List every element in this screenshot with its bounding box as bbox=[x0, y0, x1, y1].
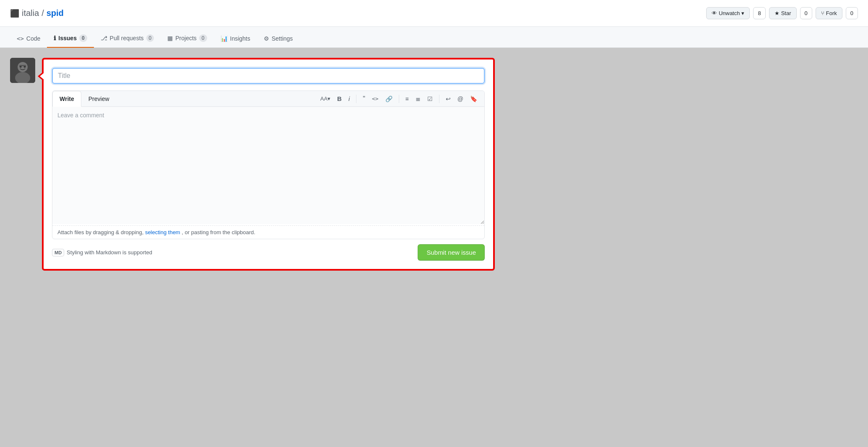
unordered-list-icon[interactable]: ≡ bbox=[403, 94, 411, 104]
attach-text: Attach files by dragging & dropping, bbox=[57, 229, 143, 235]
bookmark-icon[interactable]: 🔖 bbox=[468, 94, 479, 104]
avatar-image bbox=[10, 58, 35, 83]
settings-icon: ⚙ bbox=[264, 35, 269, 42]
fork-icon: ⑂ bbox=[821, 10, 824, 16]
bold-icon[interactable]: B bbox=[335, 93, 344, 104]
toolbar-separator-2 bbox=[399, 95, 399, 103]
toolbar-separator-1 bbox=[356, 95, 356, 103]
tab-pr-label: Pull requests bbox=[110, 35, 144, 41]
tab-insights-label: Insights bbox=[230, 35, 250, 42]
form-footer: MD Styling with Markdown is supported Su… bbox=[52, 244, 485, 261]
svg-rect-5 bbox=[19, 65, 26, 66]
preview-tab[interactable]: Preview bbox=[81, 91, 117, 107]
separator: / bbox=[42, 8, 44, 18]
italic-icon[interactable]: i bbox=[346, 93, 352, 104]
reply-icon[interactable]: ↩ bbox=[444, 94, 453, 104]
submit-button[interactable]: Submit new issue bbox=[418, 244, 485, 261]
editor-wrapper: Write Preview AA▾ B i " <> 🔗 ≡ ≣ ☑ ↩ bbox=[52, 90, 485, 239]
page-content: Write Preview AA▾ B i " <> 🔗 ≡ ≣ ☑ ↩ bbox=[0, 48, 868, 281]
unwatch-count: 8 bbox=[753, 7, 765, 19]
attach-link[interactable]: selecting them bbox=[145, 229, 180, 235]
projects-badge: 0 bbox=[199, 34, 207, 42]
issues-icon: ℹ bbox=[54, 35, 56, 41]
editor-tabs: Write Preview bbox=[52, 91, 117, 106]
unwatch-label: Unwatch bbox=[719, 10, 740, 16]
tab-issues[interactable]: ℹ Issues 0 bbox=[47, 29, 94, 48]
task-list-icon[interactable]: ☑ bbox=[425, 94, 435, 104]
markdown-badge: MD bbox=[52, 249, 64, 256]
fork-count: 0 bbox=[846, 7, 858, 19]
unwatch-button[interactable]: 👁 Unwatch ▾ bbox=[706, 7, 750, 19]
tab-insights[interactable]: 📊 Insights bbox=[214, 30, 257, 48]
repo-owner: italia bbox=[22, 8, 39, 18]
repo-title: ⬛ italia / spid bbox=[10, 8, 64, 18]
insights-icon: 📊 bbox=[221, 35, 228, 42]
star-button[interactable]: ★ Star bbox=[769, 7, 797, 19]
toolbar-separator-3 bbox=[439, 95, 439, 103]
heading-icon[interactable]: AA▾ bbox=[318, 94, 333, 103]
eye-icon: 👁 bbox=[712, 10, 717, 16]
fork-label: Fork bbox=[826, 10, 837, 16]
topbar: ⬛ italia / spid 👁 Unwatch ▾ 8 ★ Star 0 ⑂… bbox=[0, 0, 868, 27]
issues-badge: 0 bbox=[79, 34, 87, 42]
markdown-text: Styling with Markdown is supported bbox=[67, 249, 152, 256]
title-input[interactable] bbox=[52, 68, 485, 84]
markdown-info: MD Styling with Markdown is supported bbox=[52, 249, 152, 256]
mention-icon[interactable]: @ bbox=[455, 94, 465, 104]
svg-point-1 bbox=[18, 62, 28, 72]
code-icon[interactable]: <> bbox=[370, 94, 381, 103]
write-tab[interactable]: Write bbox=[52, 91, 81, 107]
quote-icon[interactable]: " bbox=[361, 93, 367, 104]
avatar bbox=[10, 58, 35, 83]
star-count: 0 bbox=[800, 7, 812, 19]
tab-code-label: Code bbox=[26, 35, 40, 42]
toolbar-icons: AA▾ B i " <> 🔗 ≡ ≣ ☑ ↩ @ 🔖 bbox=[313, 93, 484, 104]
chevron-down-icon: ▾ bbox=[741, 10, 744, 16]
editor-toolbar: Write Preview AA▾ B i " <> 🔗 ≡ ≣ ☑ ↩ bbox=[52, 91, 484, 107]
star-icon: ★ bbox=[774, 10, 780, 16]
tab-settings[interactable]: ⚙ Settings bbox=[257, 30, 300, 48]
tab-projects[interactable]: ▦ Projects 0 bbox=[161, 29, 213, 48]
tab-code[interactable]: <> Code bbox=[10, 30, 47, 48]
issue-form: Write Preview AA▾ B i " <> 🔗 ≡ ≣ ☑ ↩ bbox=[42, 58, 495, 271]
tab-projects-label: Projects bbox=[175, 35, 197, 41]
pr-badge: 0 bbox=[146, 34, 154, 42]
nav-tabs: <> Code ℹ Issues 0 ⎇ Pull requests 0 ▦ P… bbox=[0, 27, 868, 48]
link-icon[interactable]: 🔗 bbox=[383, 94, 395, 104]
comment-textarea[interactable] bbox=[52, 107, 484, 224]
monitor-icon: ⬛ bbox=[10, 9, 19, 18]
repo-name[interactable]: spid bbox=[47, 8, 64, 18]
topbar-actions: 👁 Unwatch ▾ 8 ★ Star 0 ⑂ Fork 0 bbox=[706, 7, 858, 19]
attach-text2: , or pasting from the clipboard. bbox=[182, 229, 255, 235]
pr-icon: ⎇ bbox=[101, 35, 107, 41]
star-label: Star bbox=[781, 10, 791, 16]
tab-issues-label: Issues bbox=[58, 35, 77, 41]
tab-settings-label: Settings bbox=[272, 35, 293, 42]
fork-button[interactable]: ⑂ Fork bbox=[816, 7, 842, 19]
projects-icon: ▦ bbox=[167, 35, 173, 41]
ordered-list-icon[interactable]: ≣ bbox=[413, 94, 423, 104]
tab-pull-requests[interactable]: ⎇ Pull requests 0 bbox=[94, 29, 161, 48]
attach-area: Attach files by dragging & dropping, sel… bbox=[52, 225, 484, 239]
code-icon: <> bbox=[17, 35, 24, 42]
